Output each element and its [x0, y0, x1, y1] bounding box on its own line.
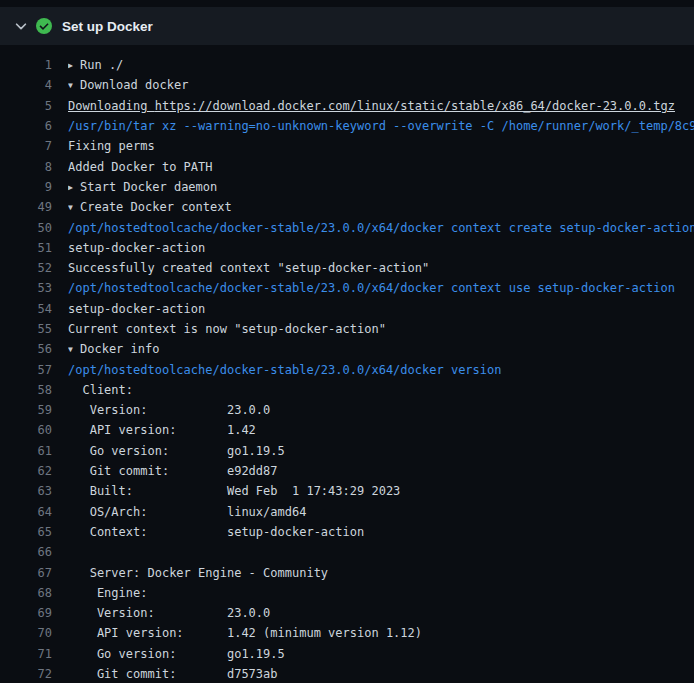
log-line: 49▼Create Docker context	[0, 197, 694, 217]
log-line: 66	[0, 542, 694, 562]
line-number[interactable]: 57	[0, 363, 52, 377]
log-command-text: /opt/hostedtoolcache/docker-stable/23.0.…	[68, 281, 694, 295]
log-group-toggle[interactable]: ▶Start Docker daemon	[68, 180, 694, 194]
log-line: 53/opt/hostedtoolcache/docker-stable/23.…	[0, 278, 694, 298]
triangle-down-icon[interactable]: ▼	[68, 203, 80, 212]
line-number[interactable]: 1	[0, 58, 52, 72]
log-text: Successfully created context "setup-dock…	[68, 261, 694, 275]
log-text: Context: setup-docker-action	[68, 525, 694, 539]
chevron-down-icon[interactable]	[14, 19, 36, 33]
log-text: API version: 1.42 (minimum version 1.12)	[68, 626, 694, 640]
log-group-toggle[interactable]: ▼Download docker	[68, 78, 694, 92]
log-line: 60 API version: 1.42	[0, 420, 694, 440]
log-line: 58 Client:	[0, 380, 694, 400]
line-number[interactable]: 4	[0, 78, 52, 92]
log-line: 8Added Docker to PATH	[0, 156, 694, 176]
log-group-toggle[interactable]: ▶Run ./	[68, 58, 694, 72]
line-number[interactable]: 66	[0, 545, 52, 559]
line-number[interactable]: 65	[0, 525, 52, 539]
log-text: Fixing perms	[68, 139, 694, 153]
line-number[interactable]: 61	[0, 444, 52, 458]
triangle-down-icon[interactable]: ▼	[68, 81, 80, 90]
triangle-right-icon[interactable]: ▶	[68, 183, 80, 192]
log-text: setup-docker-action	[68, 302, 694, 316]
log-line: 55Current context is now "setup-docker-a…	[0, 319, 694, 339]
log-line: 9▶Start Docker daemon	[0, 177, 694, 197]
log-line: 6/usr/bin/tar xz --warning=no-unknown-ke…	[0, 116, 694, 136]
log-text: setup-docker-action	[68, 241, 694, 255]
triangle-down-icon[interactable]: ▼	[68, 345, 80, 354]
line-number[interactable]: 68	[0, 586, 52, 600]
line-number[interactable]: 6	[0, 119, 52, 133]
log-command-text: /opt/hostedtoolcache/docker-stable/23.0.…	[68, 221, 694, 235]
line-number[interactable]: 60	[0, 423, 52, 437]
line-number[interactable]: 55	[0, 322, 52, 336]
log-line: 7Fixing perms	[0, 136, 694, 156]
log-line: 67 Server: Docker Engine - Community	[0, 562, 694, 582]
line-number[interactable]: 54	[0, 302, 52, 316]
line-number[interactable]: 5	[0, 99, 52, 113]
log-command-text: /opt/hostedtoolcache/docker-stable/23.0.…	[68, 363, 694, 377]
log-text: Go version: go1.19.5	[68, 647, 694, 661]
log-group-label: Start Docker daemon	[80, 180, 217, 194]
line-number[interactable]: 64	[0, 505, 52, 519]
line-number[interactable]: 9	[0, 180, 52, 194]
log-text-prefix: Downloading	[68, 99, 155, 113]
line-number[interactable]: 70	[0, 626, 52, 640]
log-group-label: Create Docker context	[80, 200, 232, 214]
log-line: 4▼Download docker	[0, 75, 694, 95]
line-number[interactable]: 58	[0, 383, 52, 397]
log-text: Git commit: e92dd87	[68, 464, 694, 478]
line-number[interactable]: 56	[0, 342, 52, 356]
log-text: Client:	[68, 383, 694, 397]
log-line: 63 Built: Wed Feb 1 17:43:29 2023	[0, 481, 694, 501]
log-line: 69 Version: 23.0.0	[0, 603, 694, 623]
log-viewer: Set up Docker 1▶Run ./4▼Download docker5…	[0, 7, 694, 683]
check-circle-icon	[36, 18, 52, 34]
line-number[interactable]: 49	[0, 200, 52, 214]
log-lines: 1▶Run ./4▼Download docker5Downloading ht…	[0, 45, 694, 683]
log-line: 62 Git commit: e92dd87	[0, 461, 694, 481]
line-number[interactable]: 67	[0, 566, 52, 580]
log-line: 56▼Docker info	[0, 339, 694, 359]
line-number[interactable]: 62	[0, 464, 52, 478]
step-title: Set up Docker	[62, 19, 153, 34]
line-number[interactable]: 63	[0, 484, 52, 498]
log-text: Built: Wed Feb 1 17:43:29 2023	[68, 484, 694, 498]
line-number[interactable]: 50	[0, 221, 52, 235]
line-number[interactable]: 8	[0, 160, 52, 174]
log-text: Downloading https://download.docker.com/…	[68, 99, 694, 113]
line-number[interactable]: 52	[0, 261, 52, 275]
line-number[interactable]: 72	[0, 667, 52, 681]
line-number[interactable]: 69	[0, 606, 52, 620]
log-text: Current context is now "setup-docker-act…	[68, 322, 694, 336]
log-line: 52Successfully created context "setup-do…	[0, 258, 694, 278]
line-number[interactable]: 7	[0, 139, 52, 153]
log-line: 61 Go version: go1.19.5	[0, 441, 694, 461]
line-number[interactable]: 71	[0, 647, 52, 661]
log-line: 65 Context: setup-docker-action	[0, 522, 694, 542]
log-line: 71 Go version: go1.19.5	[0, 644, 694, 664]
log-text: Added Docker to PATH	[68, 160, 694, 174]
line-number[interactable]: 53	[0, 281, 52, 295]
log-link[interactable]: https://download.docker.com/linux/static…	[155, 99, 675, 113]
log-text: OS/Arch: linux/amd64	[68, 505, 694, 519]
step-header[interactable]: Set up Docker	[0, 7, 694, 45]
log-group-label: Download docker	[80, 78, 188, 92]
log-text: API version: 1.42	[68, 423, 694, 437]
log-text: Go version: go1.19.5	[68, 444, 694, 458]
log-group-toggle[interactable]: ▼Create Docker context	[68, 200, 694, 214]
line-number[interactable]: 59	[0, 403, 52, 417]
log-text: Engine:	[68, 586, 694, 600]
log-line: 72 Git commit: d7573ab	[0, 664, 694, 683]
log-command-text: /usr/bin/tar xz --warning=no-unknown-key…	[68, 119, 694, 133]
log-line: 64 OS/Arch: linux/amd64	[0, 502, 694, 522]
log-text: Git commit: d7573ab	[68, 667, 694, 681]
log-line: 68 Engine:	[0, 583, 694, 603]
log-group-label: Docker info	[80, 342, 159, 356]
log-line: 54setup-docker-action	[0, 299, 694, 319]
log-line: 5Downloading https://download.docker.com…	[0, 96, 694, 116]
line-number[interactable]: 51	[0, 241, 52, 255]
log-group-toggle[interactable]: ▼Docker info	[68, 342, 694, 356]
triangle-right-icon[interactable]: ▶	[68, 61, 80, 70]
